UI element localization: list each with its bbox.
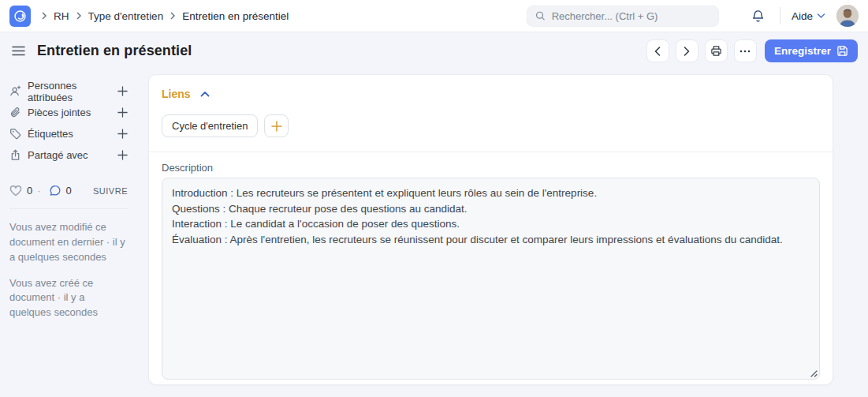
sidebar-item-tags[interactable]: Étiquettes xyxy=(9,123,128,144)
sidebar-item-label: Étiquettes xyxy=(28,128,111,140)
next-document-button[interactable] xyxy=(676,39,698,62)
user-avatar[interactable] xyxy=(836,5,859,27)
link-cycle-entretien-button[interactable]: Cycle d'entretien xyxy=(162,114,258,137)
sidebar-item-label: Pièces jointes xyxy=(28,107,111,118)
resize-handle-icon[interactable] xyxy=(809,369,818,377)
app-logo[interactable] xyxy=(9,6,31,27)
save-icon xyxy=(836,45,848,57)
description-field-wrapper: Introduction : Les recruteurs se présent… xyxy=(162,178,820,380)
chevron-down-icon xyxy=(817,13,825,19)
section-divider xyxy=(149,152,833,152)
add-share-icon[interactable] xyxy=(117,150,128,160)
sidebar-item-attachments[interactable]: Pièces jointes xyxy=(9,102,128,123)
paperclip-icon xyxy=(9,107,21,118)
like-heart-icon[interactable] xyxy=(9,185,22,197)
printer-icon xyxy=(710,45,722,57)
print-button[interactable] xyxy=(705,39,728,62)
notifications-button[interactable] xyxy=(749,7,767,25)
page-head: Entretien en présentiel Enregistrer xyxy=(0,32,868,69)
add-tag-icon[interactable] xyxy=(117,129,128,139)
content-area: Personnes attribuées Pièces jointes Étiq… xyxy=(0,69,868,385)
links-section-header: Liens xyxy=(162,86,820,102)
share-icon xyxy=(9,149,21,161)
navbar-divider xyxy=(780,7,780,24)
document-timeline: Vous avez modifié ce document en dernier… xyxy=(9,220,128,320)
comments-count: 0 xyxy=(66,185,72,197)
page-title: Entretien en présentiel xyxy=(37,43,192,59)
sidebar-divider xyxy=(9,208,128,209)
breadcrumb-item-rh[interactable]: RH xyxy=(54,10,69,22)
bell-icon xyxy=(751,9,766,24)
save-label: Enregistrer xyxy=(774,45,831,57)
sidebar-toggle-button[interactable] xyxy=(10,44,27,58)
hamburger-icon xyxy=(12,46,25,56)
chevron-left-icon xyxy=(654,47,661,56)
breadcrumb: RH Type d'entretien Entretien en présent… xyxy=(41,10,289,22)
breadcrumb-item-type-entretien[interactable]: Type d'entretien xyxy=(88,10,164,22)
sidebar-item-label: Personnes attribuées xyxy=(28,80,111,103)
page-head-left: Entretien en présentiel xyxy=(10,43,192,59)
chevron-right-icon xyxy=(41,12,47,20)
timeline-entry-modified: Vous avez modifié ce document en dernier… xyxy=(9,220,128,265)
menu-button[interactable] xyxy=(734,39,757,62)
follow-button[interactable]: SUIVRE xyxy=(93,186,128,196)
description-label: Description xyxy=(162,162,820,174)
links-row: Cycle d'entretien xyxy=(162,114,820,137)
ellipsis-icon xyxy=(739,50,751,53)
top-navbar: RH Type d'entretien Entretien en présent… xyxy=(0,0,868,32)
form-sidebar: Personnes attribuées Pièces jointes Étiq… xyxy=(9,74,128,385)
reaction-separator: · xyxy=(37,185,40,197)
add-attachment-icon[interactable] xyxy=(117,107,128,118)
global-search[interactable] xyxy=(527,6,719,27)
breadcrumb-current: Entretien en présentiel xyxy=(182,10,289,22)
plus-icon xyxy=(271,121,282,132)
timeline-entry-created: Vous avez créé ce document · il y a quel… xyxy=(9,276,128,321)
chevron-right-icon xyxy=(76,12,82,20)
chevron-right-icon xyxy=(684,47,690,56)
likes-count: 0 xyxy=(27,185,32,197)
save-button[interactable]: Enregistrer xyxy=(765,39,858,62)
form-card: Liens Cycle d'entretien Description Intr… xyxy=(148,74,833,385)
prev-document-button[interactable] xyxy=(646,39,669,62)
description-textarea[interactable]: Introduction : Les recruteurs se présent… xyxy=(162,178,820,380)
help-menu[interactable]: Aide xyxy=(792,10,825,22)
comment-icon[interactable] xyxy=(49,185,61,197)
chevron-up-icon xyxy=(200,91,210,97)
avatar-photo xyxy=(836,5,859,27)
tag-icon xyxy=(9,128,21,140)
page-head-actions: Enregistrer xyxy=(646,39,858,62)
chevron-right-icon xyxy=(170,12,176,20)
sidebar-item-assignments[interactable]: Personnes attribuées xyxy=(9,81,128,102)
assign-user-icon xyxy=(9,85,21,97)
search-icon xyxy=(535,10,546,21)
search-input[interactable] xyxy=(552,10,710,22)
reactions-row: 0 · 0 SUIVRE xyxy=(9,185,128,197)
sidebar-item-label: Partagé avec xyxy=(28,149,111,161)
links-section-title: Liens xyxy=(162,88,191,100)
navbar-left: RH Type d'entretien Entretien en présent… xyxy=(9,6,289,27)
collapse-section-button[interactable] xyxy=(199,90,210,98)
help-label: Aide xyxy=(792,10,813,22)
hr-logo-icon xyxy=(13,9,27,23)
add-link-button[interactable] xyxy=(264,114,289,137)
add-assignment-icon[interactable] xyxy=(117,86,128,96)
sidebar-item-shared[interactable]: Partagé avec xyxy=(9,144,128,166)
navbar-right: Aide xyxy=(527,5,859,27)
